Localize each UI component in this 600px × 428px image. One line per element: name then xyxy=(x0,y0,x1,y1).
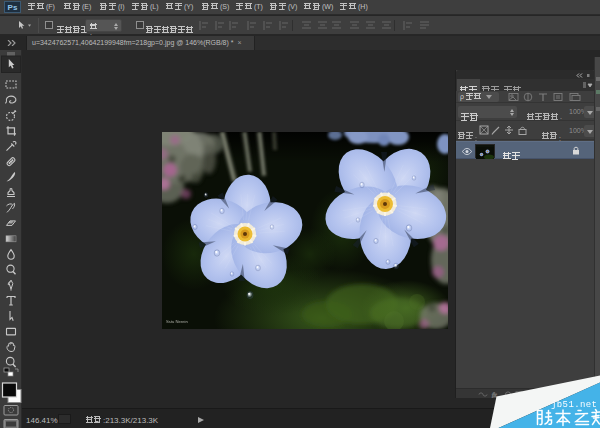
svg-text:Sstu Nerein: Sstu Nerein xyxy=(166,319,189,324)
svg-text:jb51.net: jb51.net xyxy=(551,400,597,410)
